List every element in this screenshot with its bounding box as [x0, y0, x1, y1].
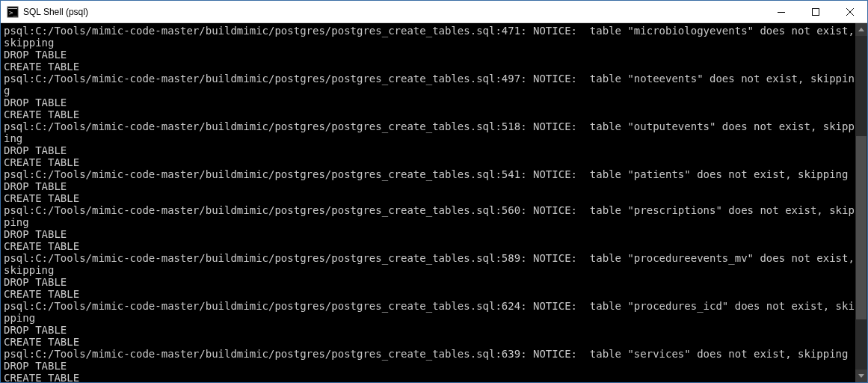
- maximize-button[interactable]: [798, 1, 833, 22]
- titlebar[interactable]: >_ SQL Shell (psql): [1, 1, 867, 23]
- chevron-down-icon: [858, 374, 864, 378]
- svg-text:>_: >_: [9, 9, 17, 16]
- app-icon: >_: [7, 6, 19, 18]
- scroll-down-button[interactable]: [855, 370, 867, 382]
- vertical-scrollbar[interactable]: [855, 23, 867, 382]
- close-button[interactable]: [833, 1, 867, 22]
- svg-rect-4: [813, 8, 819, 15]
- scroll-up-button[interactable]: [855, 23, 867, 36]
- client-area: psql:C:/Tools/mimic-code-master/buildmim…: [1, 23, 867, 382]
- chevron-up-icon: [858, 28, 864, 31]
- window-frame: >_ SQL Shell (psql) psql:C:/Tools/mimic-…: [0, 0, 868, 383]
- minimize-button[interactable]: [764, 1, 798, 22]
- scroll-thumb[interactable]: [856, 136, 867, 319]
- window-button-group: [764, 1, 867, 22]
- console-output[interactable]: psql:C:/Tools/mimic-code-master/buildmim…: [1, 23, 855, 382]
- window-title: SQL Shell (psql): [23, 7, 764, 17]
- svg-rect-3: [778, 12, 785, 13]
